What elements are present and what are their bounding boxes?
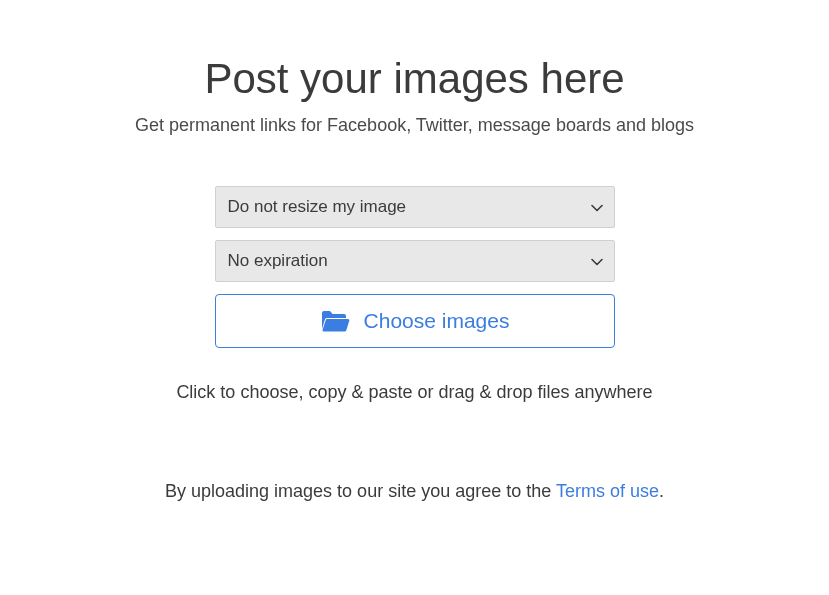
subtitle: Get permanent links for Facebook, Twitte… [135, 115, 694, 136]
resize-select-wrap: Do not resize my image [215, 186, 615, 228]
terms-prefix: By uploading images to our site you agre… [165, 481, 556, 501]
expiration-select[interactable]: No expiration [215, 240, 615, 282]
terms-line: By uploading images to our site you agre… [165, 481, 664, 502]
choose-images-label: Choose images [364, 309, 510, 333]
page-title: Post your images here [204, 55, 624, 103]
folder-open-icon [320, 309, 350, 333]
choose-images-button[interactable]: Choose images [215, 294, 615, 348]
resize-select[interactable]: Do not resize my image [215, 186, 615, 228]
terms-of-use-link[interactable]: Terms of use [556, 481, 659, 501]
resize-select-value: Do not resize my image [228, 197, 407, 217]
controls-group: Do not resize my image No expiration Cho… [215, 186, 615, 348]
terms-suffix: . [659, 481, 664, 501]
expiration-select-value: No expiration [228, 251, 328, 271]
upload-hint: Click to choose, copy & paste or drag & … [176, 382, 652, 403]
expiration-select-wrap: No expiration [215, 240, 615, 282]
